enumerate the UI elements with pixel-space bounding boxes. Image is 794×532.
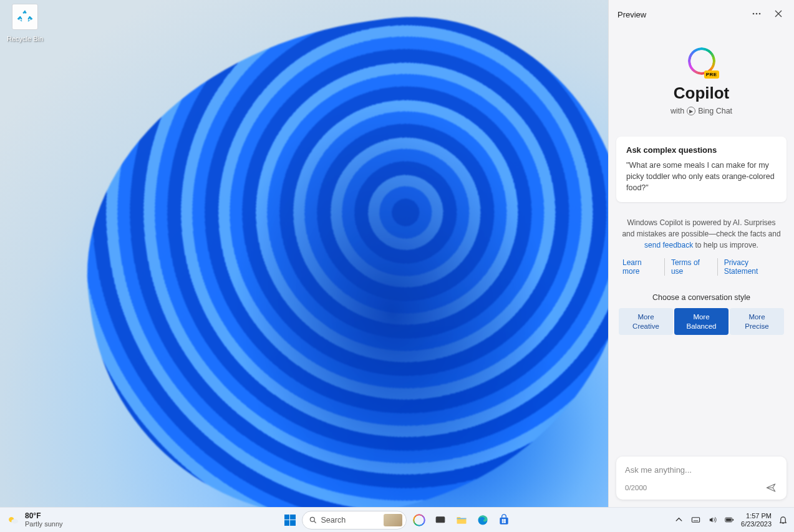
edge-icon <box>477 514 489 526</box>
svg-rect-11 <box>501 519 503 521</box>
wallpaper-bloom <box>56 0 608 507</box>
copilot-header-title: Preview <box>617 10 646 19</box>
taskbar-search[interactable]: Search <box>302 511 407 530</box>
store-button[interactable] <box>495 511 513 529</box>
send-icon <box>765 482 777 493</box>
conversation-style-label: Choose a conversation style <box>619 293 784 302</box>
copilot-disclaimer: Windows Copilot is powered by AI. Surpri… <box>609 211 794 253</box>
svg-rect-15 <box>692 518 699 523</box>
svg-rect-19 <box>726 518 731 521</box>
search-label: Search <box>321 516 380 525</box>
copilot-subtitle-brand: Bing Chat <box>698 107 732 115</box>
suggestion-card[interactable]: Ask complex questions "What are some mea… <box>616 137 787 202</box>
clock-date: 6/23/2023 <box>741 520 772 528</box>
copilot-input-area: 0/2000 <box>609 449 794 507</box>
bing-icon: ▶ <box>687 107 695 115</box>
desktop-wallpaper[interactable]: Recycle Bin <box>0 0 608 507</box>
taskbar-weather[interactable]: 80°F Partly sunny <box>0 512 63 528</box>
privacy-link[interactable]: Privacy Statement <box>717 258 787 276</box>
recycle-bin-label: Recycle Bin <box>7 35 43 42</box>
svg-rect-13 <box>501 521 503 523</box>
tray-volume-button[interactable] <box>705 513 720 527</box>
close-button[interactable] <box>772 6 785 22</box>
svg-rect-12 <box>504 519 506 521</box>
svg-rect-18 <box>733 519 734 521</box>
style-tab-creative[interactable]: MoreCreative <box>619 308 673 335</box>
copilot-ring-icon <box>413 514 425 526</box>
copilot-footer-links: Learn more Terms of use Privacy Statemen… <box>616 258 787 276</box>
keyboard-icon <box>691 515 700 525</box>
weather-icon <box>6 513 20 527</box>
recycle-bin-icon[interactable]: Recycle Bin <box>2 4 47 44</box>
notification-center-button[interactable] <box>775 511 790 529</box>
svg-point-0 <box>753 13 755 15</box>
taskbar-tray: 1:57 PM 6/23/2023 <box>671 511 794 529</box>
copilot-subtitle: with ▶ Bing Chat <box>621 107 782 115</box>
clock-time: 1:57 PM <box>746 512 772 520</box>
copilot-panel: Preview PRE Copilot with ▶ Bing Chat Ask… <box>608 0 794 507</box>
battery-icon <box>725 515 734 525</box>
more-options-button[interactable] <box>749 6 764 22</box>
weather-condition: Partly sunny <box>25 520 63 528</box>
start-button[interactable] <box>282 512 298 528</box>
tray-overflow-button[interactable] <box>671 513 687 527</box>
style-tab-precise[interactable]: MorePrecise <box>730 308 784 335</box>
close-icon <box>774 9 783 18</box>
send-button[interactable] <box>764 481 778 495</box>
char-counter: 0/2000 <box>625 484 647 491</box>
style-tab-balanced[interactable]: MoreBalanced <box>674 308 729 335</box>
disclaimer-text-1: Windows Copilot is powered by AI. Surpri… <box>622 218 780 238</box>
weather-temp: 80°F <box>25 512 63 520</box>
tray-battery-button[interactable] <box>722 513 737 527</box>
terms-link[interactable]: Terms of use <box>664 258 717 276</box>
store-icon <box>498 514 510 526</box>
ellipsis-icon <box>752 9 762 19</box>
copilot-header: Preview <box>609 0 794 29</box>
volume-icon <box>708 515 717 525</box>
recycle-bin-glyph <box>12 4 38 30</box>
svg-point-2 <box>759 13 761 15</box>
svg-line-6 <box>314 521 316 523</box>
tray-language-button[interactable] <box>688 513 704 527</box>
chevron-up-icon <box>674 515 684 525</box>
svg-rect-14 <box>504 521 506 523</box>
conversation-style: Choose a conversation style MoreCreative… <box>619 293 784 335</box>
disclaimer-text-2: to help us improve. <box>693 241 758 249</box>
send-feedback-link[interactable]: send feedback <box>644 241 693 249</box>
copilot-taskbar-button[interactable] <box>410 511 428 529</box>
windows-logo-icon <box>284 515 296 526</box>
svg-point-4 <box>11 519 18 523</box>
suggestion-card-title: Ask complex questions <box>626 145 777 155</box>
folder-icon <box>455 514 468 526</box>
edge-button[interactable] <box>474 511 491 529</box>
learn-more-link[interactable]: Learn more <box>616 258 664 276</box>
copilot-logo: PRE <box>688 47 715 75</box>
taskbar-center: Search <box>282 511 513 530</box>
svg-rect-8 <box>436 516 445 522</box>
svg-point-5 <box>310 517 314 521</box>
copilot-title: Copilot <box>621 84 782 103</box>
taskbar-clock[interactable]: 1:57 PM 6/23/2023 <box>738 512 774 528</box>
copilot-hero: PRE Copilot with ▶ Bing Chat <box>609 29 794 128</box>
task-view-icon <box>435 515 446 526</box>
svg-point-1 <box>756 13 758 15</box>
copilot-pre-badge: PRE <box>704 70 719 79</box>
copilot-subtitle-prefix: with <box>671 107 684 115</box>
task-view-button[interactable] <box>432 511 449 529</box>
copilot-input-box[interactable]: 0/2000 <box>616 457 787 500</box>
taskbar: 80°F Partly sunny Search <box>0 507 794 532</box>
bell-icon <box>778 515 788 525</box>
file-explorer-button[interactable] <box>453 511 470 529</box>
ask-input[interactable] <box>625 465 778 475</box>
search-icon <box>309 516 317 525</box>
suggestion-card-body: "What are some meals I can make for my p… <box>626 160 777 193</box>
search-highlight-thumb <box>384 514 402 526</box>
